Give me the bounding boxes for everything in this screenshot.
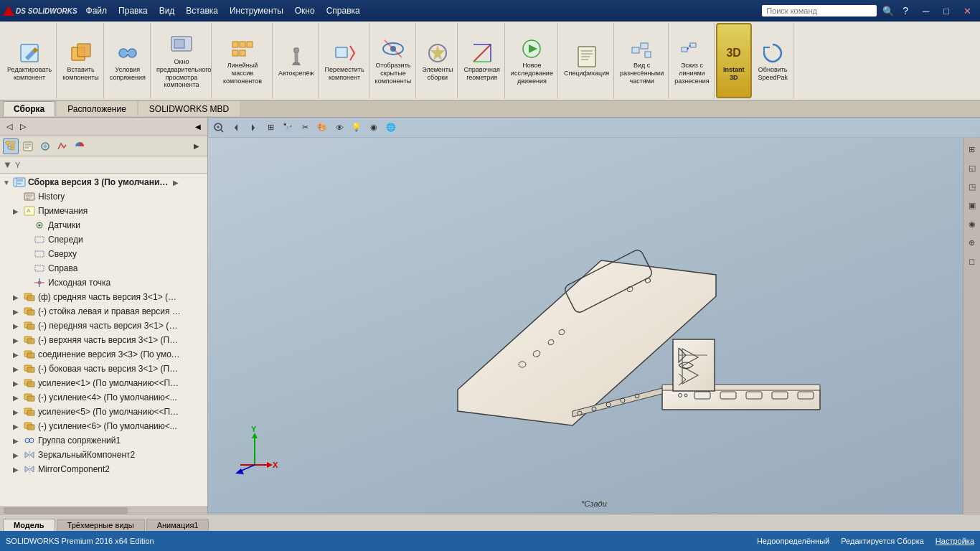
tab-assembly[interactable]: Сборка <box>3 101 55 116</box>
top-part-expander[interactable]: ▶ <box>13 336 23 344</box>
tree-right[interactable]: Справа <box>0 261 207 276</box>
panel-btn-config[interactable] <box>37 138 53 154</box>
tb-linear-array[interactable]: Линейный массивкомпонентов <box>213 23 273 98</box>
tree-root[interactable]: ▼ Сборка версия 3 (По умолчанию<По у... … <box>0 175 207 189</box>
close-btn[interactable]: ✕ <box>958 4 977 18</box>
vp-scene[interactable]: 🌐 <box>383 120 399 136</box>
panel-btn-tree[interactable] <box>3 138 19 154</box>
panel-collapse[interactable]: ◀ <box>192 121 204 133</box>
mate-group-expander[interactable]: ▶ <box>13 437 23 445</box>
vp-hide-show[interactable]: 👁 <box>331 120 347 136</box>
tb-exploded[interactable]: Вид сразнесённымичастями <box>616 23 669 98</box>
rp-btn-2[interactable]: ◱ <box>963 159 981 176</box>
menu-insert[interactable]: Вставка <box>180 4 224 17</box>
bottom-tab-3d-views[interactable]: Трёхмерные виды <box>57 519 145 531</box>
vp-view-orient[interactable]: 🔭 <box>280 120 296 136</box>
tb-auto-fasteners[interactable]: Автокрепёж <box>274 23 319 98</box>
tb-preview[interactable]: Окно предварительногопросмотра компонент… <box>152 23 212 98</box>
reinforce4-expander[interactable]: ▶ <box>13 394 23 402</box>
vp-lights[interactable]: 💡 <box>349 120 364 136</box>
tree-reinforce4[interactable]: ▶ (-) усиление<4> (По умолчанию<... <box>0 390 207 405</box>
tb-sketch-lines[interactable]: Эскиз слиниямиразнесения <box>670 23 714 98</box>
status-settings[interactable]: Настройка <box>936 537 974 545</box>
tree-front[interactable]: Спереди <box>0 232 207 247</box>
tb-assembly-elem[interactable]: Элементысборки <box>418 23 458 98</box>
tree-front-part[interactable]: ▶ (-) передняя часть версия 3<1> (По... <box>0 319 207 333</box>
tb-update-speedpak[interactable]: ОбновитьSpeedPak <box>753 23 793 98</box>
tb-show-hidden[interactable]: Отобразитьскрытыекомпоненты <box>371 23 417 98</box>
vp-prev-view-btn[interactable] <box>228 120 244 136</box>
vp-zoom-btn[interactable] <box>211 120 227 136</box>
tree-top[interactable]: Сверху <box>0 247 207 261</box>
help-btn[interactable]: ? <box>897 4 914 18</box>
reinforce1-expander[interactable]: ▶ <box>13 380 23 387</box>
tree-origin[interactable]: Исходная точка <box>0 276 207 290</box>
tree-connection[interactable]: ▶ соединение версия 3<3> (По умол... <box>0 347 207 362</box>
menu-file[interactable]: Файл <box>80 4 113 17</box>
rp-btn-3[interactable]: ◳ <box>963 178 981 195</box>
stand-expander[interactable]: ▶ <box>13 308 23 316</box>
tb-ref-geom[interactable]: Справочнаягеометрия <box>459 23 504 98</box>
tb-edit-component[interactable]: Редактироватькомпонент <box>3 23 57 98</box>
tb-spec[interactable]: Спецификация <box>560 23 614 98</box>
tree-reinforce6[interactable]: ▶ (-) усиление<6> (По умолчанию<... <box>0 419 207 433</box>
rp-btn-5[interactable]: ◉ <box>963 215 981 232</box>
connection-expander[interactable]: ▶ <box>13 351 23 359</box>
tree-reinforce1[interactable]: ▶ усиление<1> (По умолчанию<<По... <box>0 376 207 390</box>
rp-btn-6[interactable]: ⊕ <box>963 234 981 251</box>
menu-edit[interactable]: Правка <box>113 4 154 17</box>
vp-section[interactable]: ✂ <box>297 120 313 136</box>
tree-hscroll[interactable] <box>0 507 207 514</box>
tree-side-part[interactable]: ▶ (-) боковая часть версия 3<1> (По у... <box>0 362 207 376</box>
panel-nav-left[interactable]: ◁ <box>3 121 16 133</box>
mirror-comp2-expander[interactable]: ▶ <box>13 466 23 474</box>
tb-insert-component[interactable]: Вставитькомпоненты <box>58 23 104 98</box>
vp-appearance[interactable]: ◉ <box>366 120 382 136</box>
middle-part-expander[interactable]: ▶ <box>13 293 23 301</box>
reinforce5-expander[interactable]: ▶ <box>13 408 23 416</box>
mirror-comp-expander[interactable]: ▶ <box>13 451 23 459</box>
menu-view[interactable]: Вид <box>154 4 181 17</box>
tree-notes[interactable]: ▶ A Примечания <box>0 204 207 218</box>
vp-display-mode[interactable]: 🎨 <box>314 120 330 136</box>
tree-mirror-comp2[interactable]: ▶ MirrorComponent2 <box>0 462 207 476</box>
side-part-expander[interactable]: ▶ <box>13 365 23 373</box>
command-search[interactable] <box>762 5 877 17</box>
rp-btn-4[interactable]: ▣ <box>963 197 981 214</box>
tree-sensors[interactable]: Датчики <box>0 218 207 232</box>
bottom-tab-model[interactable]: Модель <box>3 519 55 531</box>
tb-new-motion[interactable]: Новоеисследованиедвижения <box>507 23 558 98</box>
rp-btn-7[interactable]: ◻ <box>963 253 981 270</box>
tree-mate-group[interactable]: ▶ Группа сопряжений1 <box>0 433 207 448</box>
front-part-expander[interactable]: ▶ <box>13 322 23 330</box>
menu-window[interactable]: Окно <box>289 4 321 17</box>
root-expander[interactable]: ▼ <box>3 179 13 187</box>
vp-next-view-btn[interactable] <box>245 120 261 136</box>
panel-btn-prop[interactable] <box>20 138 36 154</box>
tree-middle-part[interactable]: ▶ (ф) средняя часть версия 3<1> (По... <box>0 290 207 304</box>
tb-instant-3d[interactable]: 3D Instant3D <box>716 23 752 98</box>
panel-expand-arrow[interactable]: ▶ <box>189 138 204 154</box>
tree-history[interactable]: History <box>0 189 207 204</box>
reinforce6-expander[interactable]: ▶ <box>13 423 23 430</box>
panel-btn-dim[interactable] <box>55 138 70 154</box>
menu-tools[interactable]: Инструменты <box>224 4 289 17</box>
tab-mbd[interactable]: SOLIDWORKS MBD <box>138 101 240 116</box>
panel-btn-chart[interactable] <box>72 138 88 154</box>
bottom-tab-animation[interactable]: Анимация1 <box>146 519 209 531</box>
tree-stand[interactable]: ▶ (-) стойка левая и правая версия 3<... <box>0 304 207 319</box>
tb-move[interactable]: Переместитькомпонент <box>320 23 369 98</box>
minimize-btn[interactable]: ─ <box>917 4 935 18</box>
notes-expander[interactable]: ▶ <box>13 207 23 215</box>
menu-help[interactable]: Справка <box>321 4 366 17</box>
panel-nav-right[interactable]: ▷ <box>17 121 29 133</box>
tree-reinforce5[interactable]: ▶ усиление<5> (По умолчанию<<По... <box>0 405 207 419</box>
tree-top-part[interactable]: ▶ (-) верхняя часть версия 3<1> (По у... <box>0 333 207 347</box>
rp-btn-1[interactable]: ⊞ <box>963 141 981 158</box>
vp-standard-views[interactable]: ⊞ <box>263 120 278 136</box>
tb-mate[interactable]: Условиясопряжения <box>105 23 151 98</box>
tab-layout[interactable]: Расположение <box>57 101 137 116</box>
maximize-btn[interactable]: □ <box>938 4 955 18</box>
tree-mirror-comp[interactable]: ▶ ЗеркальныйКомпонент2 <box>0 448 207 462</box>
svg-rect-101 <box>662 390 820 410</box>
